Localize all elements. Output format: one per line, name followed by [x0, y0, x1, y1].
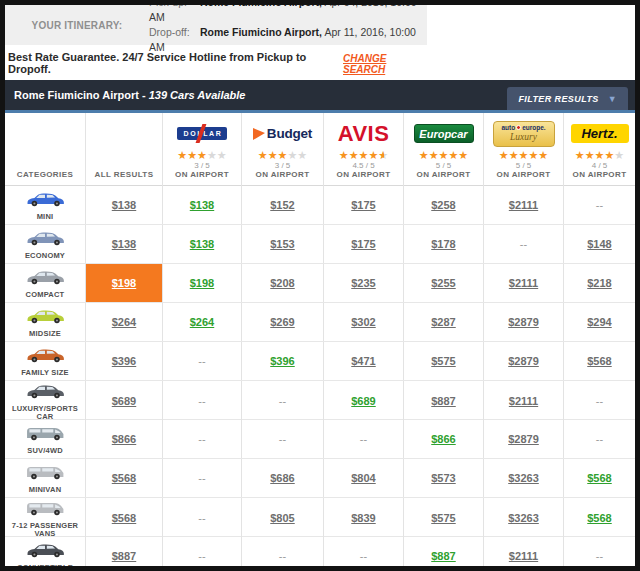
price-link[interactable]: $178	[431, 238, 455, 250]
price-link[interactable]: $148	[587, 238, 611, 250]
price-link[interactable]: $575	[431, 512, 455, 524]
vendor-header-dollar[interactable]: DOLLAR ★★★★★ 3 / 5 ON AIRPORT	[163, 113, 242, 189]
price-link[interactable]: $2111	[509, 550, 538, 562]
price-link[interactable]: $218	[587, 277, 611, 289]
category-cell: MINI	[5, 186, 86, 224]
price-link[interactable]: $2879	[508, 355, 539, 367]
dropoff-label: Drop-off:	[149, 25, 197, 40]
price-link[interactable]: $2879	[508, 316, 539, 328]
star-icon: ★	[439, 150, 449, 161]
price-link[interactable]: $269	[270, 316, 294, 328]
vendor-price-cell: $804	[324, 459, 404, 497]
price-link[interactable]: $866	[431, 433, 455, 445]
price-link[interactable]: $568	[587, 355, 611, 367]
vendor-price-cell: $2111	[484, 537, 564, 571]
price-link[interactable]: $255	[431, 277, 455, 289]
price-link[interactable]: $568	[587, 472, 611, 484]
filter-results-label: FILTER RESULTS	[518, 94, 598, 104]
no-price-dash: --	[596, 199, 603, 211]
category-label: MINIVAN	[29, 486, 62, 494]
price-link[interactable]: $568	[587, 512, 611, 524]
star-icon: ★	[499, 150, 509, 161]
price-link[interactable]: $471	[351, 355, 375, 367]
rating-value: 4 / 5	[592, 161, 608, 170]
star-rating: ★★★★★	[419, 148, 468, 161]
star-icon: ★	[604, 150, 614, 161]
vendor-price-cell: $2111	[484, 381, 564, 421]
price-link[interactable]: $887	[431, 395, 455, 407]
category-label: CONVERTIBLE	[17, 564, 73, 571]
vendor-price-cell: --	[242, 420, 324, 458]
star-rating: ★★★★★	[499, 148, 548, 161]
price-link[interactable]: $839	[351, 512, 375, 524]
price-link[interactable]: $3263	[508, 512, 539, 524]
price-link[interactable]: $294	[587, 316, 611, 328]
vendor-header-autoeurope[interactable]: autoeurope.Luxury ★★★★★ 5 / 5 ON AIRPORT	[484, 113, 564, 189]
star-icon: ★	[268, 150, 278, 161]
price-link[interactable]: $805	[270, 512, 294, 524]
price-link[interactable]: $573	[431, 472, 455, 484]
price-link[interactable]: $175	[351, 199, 375, 211]
price-link[interactable]: $887	[112, 550, 136, 562]
price-link[interactable]: $302	[351, 316, 375, 328]
price-link[interactable]: $568	[112, 512, 136, 524]
on-airport-label: ON AIRPORT	[337, 170, 391, 179]
price-link[interactable]: $689	[112, 395, 136, 407]
price-link[interactable]: $3263	[508, 472, 539, 484]
all-results-price-cell: $689	[86, 381, 163, 421]
no-price-dash: --	[198, 550, 205, 562]
results-header-bar: Rome Fiumicino Airport - 139 Cars Availa…	[5, 80, 635, 110]
price-link[interactable]: $198	[112, 277, 136, 289]
category-label: MIDSIZE	[29, 330, 61, 338]
star-icon: ★	[448, 150, 458, 161]
price-link[interactable]: $804	[351, 472, 375, 484]
price-link[interactable]: $575	[431, 355, 455, 367]
price-link[interactable]: $138	[112, 199, 136, 211]
price-link[interactable]: $198	[190, 277, 214, 289]
vendor-price-cell: $2111	[484, 186, 564, 224]
vendor-price-cell: $175	[324, 225, 404, 263]
price-link[interactable]: $264	[112, 316, 136, 328]
price-link[interactable]: $287	[431, 316, 455, 328]
price-link[interactable]: $138	[190, 238, 214, 250]
price-link[interactable]: $887	[431, 550, 455, 562]
vendor-header-budget[interactable]: Budget ★★★★★ 3 / 5 ON AIRPORT	[242, 113, 324, 189]
price-link[interactable]: $264	[190, 316, 214, 328]
price-link[interactable]: $175	[351, 238, 375, 250]
price-link[interactable]: $258	[431, 199, 455, 211]
price-link[interactable]: $689	[351, 395, 375, 407]
vendor-price-cell: --	[163, 459, 242, 497]
vendor-price-cell: $568	[564, 342, 635, 380]
price-link[interactable]: $396	[112, 355, 136, 367]
all-results-price-cell: $138	[86, 225, 163, 263]
price-link[interactable]: $138	[112, 238, 136, 250]
change-search-link[interactable]: CHANGE SEARCH	[343, 53, 429, 75]
vendor-price-cell: $887	[404, 537, 484, 571]
price-link[interactable]: $2111	[509, 199, 538, 211]
dropoff-location: Rome Fiumicino Airport,	[200, 26, 322, 38]
categories-header-label: CATEGORIES	[17, 170, 73, 179]
vendor-price-cell: --	[242, 381, 324, 421]
price-link[interactable]: $2111	[509, 395, 538, 407]
price-link[interactable]: $568	[112, 472, 136, 484]
price-link[interactable]: $208	[270, 277, 294, 289]
price-link[interactable]: $866	[112, 433, 136, 445]
price-link[interactable]: $396	[270, 355, 294, 367]
price-link[interactable]: $153	[270, 238, 294, 250]
price-link[interactable]: $2879	[508, 433, 539, 445]
price-link[interactable]: $235	[351, 277, 375, 289]
on-airport-label: ON AIRPORT	[573, 170, 627, 179]
vendor-header-europcar[interactable]: Europcar ★★★★★ 5 / 5 ON AIRPORT	[404, 113, 484, 189]
star-icon: ★	[359, 150, 369, 161]
vendor-header-avis[interactable]: AVIS ★★★★★★ 4.5 / 5 ON AIRPORT	[324, 113, 404, 189]
price-link[interactable]: $152	[270, 199, 294, 211]
price-link[interactable]: $686	[270, 472, 294, 484]
price-link[interactable]: $138	[190, 199, 214, 211]
results-location: Rome Fiumicino Airport -	[14, 89, 149, 101]
price-link[interactable]: $2111	[509, 277, 538, 289]
table-row: COMPACT $198$198$208$235$255$2111$218	[5, 264, 635, 303]
filter-results-button[interactable]: FILTER RESULTS ▼	[507, 87, 628, 110]
star-icon: ★	[458, 150, 468, 161]
star-icon: ★	[217, 150, 227, 161]
vendor-header-hertz[interactable]: Hertz. ★★★★★ 4 / 5 ON AIRPORT	[564, 113, 635, 189]
